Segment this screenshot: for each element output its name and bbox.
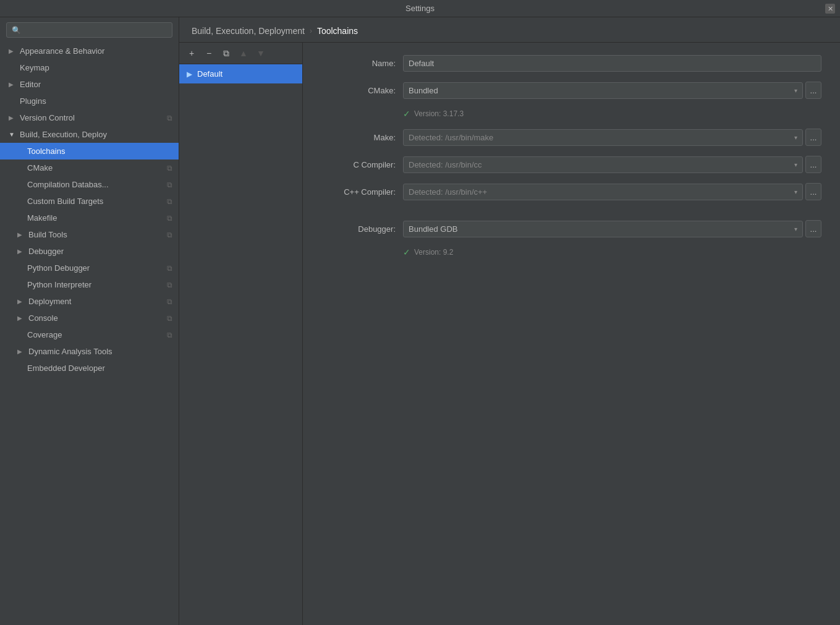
c-compiler-label: C Compiler:	[321, 160, 396, 169]
debugger-value: Bundled GDB	[409, 224, 458, 234]
sidebar-item-deployment[interactable]: ▶ Deployment ⧉	[0, 293, 179, 310]
sidebar-item-label: Build, Execution, Deploy	[20, 130, 107, 139]
copy-icon: ⧉	[167, 231, 172, 239]
sidebar-item-label: Embedded Developer	[27, 364, 105, 373]
copy-button[interactable]: ⧉	[219, 46, 234, 60]
copy-icon: ⧉	[167, 214, 172, 223]
sidebar-item-label: CMake	[27, 163, 53, 172]
sidebar-item-python-debugger[interactable]: Python Debugger ⧉	[0, 260, 179, 276]
sidebar-item-label: Debugger	[28, 247, 64, 256]
breadcrumb-chevron: ›	[310, 27, 312, 35]
cmake-dropdown-arrow: ▾	[794, 87, 797, 94]
sidebar-item-makefile[interactable]: Makefile ⧉	[0, 210, 179, 226]
cmake-version-text: Version: 3.17.3	[414, 109, 464, 118]
copy-icon: ⧉	[167, 197, 172, 206]
arrow-icon: ▶	[17, 298, 25, 305]
copy-icon: ⧉	[167, 181, 172, 189]
name-row: Name:	[321, 55, 821, 72]
c-compiler-value: Detected: /usr/bin/cc	[409, 160, 482, 169]
make-select-wrap: Detected: /usr/bin/make ▾ ...	[403, 129, 821, 146]
toolchain-panel: + − ⧉ ▲ ▼ ▶ Default Name:	[179, 43, 840, 625]
debugger-select-wrap: Bundled GDB ▾ ...	[403, 220, 821, 237]
sidebar-item-console[interactable]: ▶ Console ⧉	[0, 310, 179, 326]
sidebar-item-python-interpreter[interactable]: Python Interpreter ⧉	[0, 276, 179, 293]
debugger-label: Debugger:	[321, 224, 396, 234]
sidebar-item-debugger[interactable]: ▶ Debugger	[0, 243, 179, 260]
add-button[interactable]: +	[184, 46, 199, 60]
debugger-row: Debugger: Bundled GDB ▾ ...	[321, 220, 821, 237]
cmake-row: CMake: Bundled ▾ ...	[321, 82, 821, 99]
sidebar-item-plugins[interactable]: Plugins	[0, 93, 179, 109]
c-compiler-dropdown-arrow: ▾	[794, 161, 797, 168]
cpp-compiler-row: C++ Compiler: Detected: /usr/bin/c++ ▾ .…	[321, 183, 821, 200]
sidebar-item-keymap[interactable]: Keymap	[0, 59, 179, 76]
sidebar-item-cmake[interactable]: CMake ⧉	[0, 159, 179, 176]
sidebar-item-label: Custom Build Targets	[27, 197, 103, 206]
main-container: 🔍 ▶ Appearance & Behavior Keymap ▶ Edito…	[0, 17, 840, 625]
sidebar-item-editor[interactable]: ▶ Editor	[0, 76, 179, 93]
content-panel: Build, Execution, Deployment › Toolchain…	[179, 17, 840, 625]
cpp-compiler-dropdown-arrow: ▾	[794, 189, 797, 195]
close-button[interactable]: ✕	[825, 4, 835, 14]
sidebar-item-toolchains[interactable]: Toolchains	[0, 143, 179, 159]
search-input[interactable]	[25, 25, 167, 35]
debugger-version-text: Version: 9.2	[414, 248, 453, 257]
sidebar-item-embedded-developer[interactable]: Embedded Developer	[0, 360, 179, 376]
cpp-compiler-ellipsis-button[interactable]: ...	[805, 183, 821, 200]
sidebar-item-dynamic-analysis-tools[interactable]: ▶ Dynamic Analysis Tools	[0, 343, 179, 360]
sidebar-item-label: Editor	[20, 80, 41, 89]
remove-button[interactable]: −	[202, 46, 216, 60]
cmake-version-check-icon: ✓	[403, 109, 410, 119]
arrow-icon: ▶	[9, 114, 16, 121]
cmake-ellipsis-button[interactable]: ...	[805, 82, 821, 99]
arrow-icon: ▶	[17, 348, 25, 355]
toolchain-entry-default[interactable]: ▶ Default	[179, 64, 302, 83]
make-select[interactable]: Detected: /usr/bin/make ▾	[403, 129, 803, 146]
c-compiler-ellipsis-button[interactable]: ...	[805, 156, 821, 173]
cpp-compiler-select[interactable]: Detected: /usr/bin/c++ ▾	[403, 184, 803, 200]
sidebar-item-version-control[interactable]: ▶ Version Control ⧉	[0, 109, 179, 126]
breadcrumb-parent: Build, Execution, Deployment	[192, 26, 305, 36]
search-box[interactable]: 🔍	[6, 22, 172, 38]
window-title: Settings	[405, 4, 435, 13]
sidebar-item-label: Build Tools	[28, 230, 67, 239]
title-bar: Settings ✕	[0, 0, 840, 17]
arrow-icon: ▶	[17, 231, 25, 238]
form-panel: Name: CMake: Bundled ▾ ...	[303, 43, 840, 625]
sidebar-item-label: Keymap	[20, 63, 49, 72]
sidebar-item-appearance-behavior[interactable]: ▶ Appearance & Behavior	[0, 43, 179, 59]
cmake-label: CMake:	[321, 86, 396, 95]
copy-icon: ⧉	[167, 114, 172, 122]
c-compiler-select[interactable]: Detected: /usr/bin/cc ▾	[403, 156, 803, 173]
sidebar-item-label: Dynamic Analysis Tools	[28, 347, 112, 356]
cmake-value: Bundled	[409, 86, 438, 95]
sidebar-item-label: Version Control	[20, 113, 75, 122]
cpp-compiler-value: Detected: /usr/bin/c++	[409, 187, 487, 197]
debugger-select[interactable]: Bundled GDB ▾	[403, 221, 803, 237]
sidebar-item-label: Makefile	[27, 213, 57, 223]
sidebar-item-label: Plugins	[20, 96, 46, 106]
copy-icon: ⧉	[167, 164, 172, 172]
sidebar-item-custom-build-targets[interactable]: Custom Build Targets ⧉	[0, 193, 179, 210]
c-compiler-select-wrap: Detected: /usr/bin/cc ▾ ...	[403, 156, 821, 173]
up-button[interactable]: ▲	[236, 46, 251, 60]
sidebar-item-compilation-database[interactable]: Compilation Databas... ⧉	[0, 176, 179, 193]
cmake-select[interactable]: Bundled ▾	[403, 82, 803, 99]
name-input[interactable]	[403, 55, 821, 72]
sidebar-item-label: Console	[28, 313, 58, 323]
arrow-icon: ▶	[17, 248, 25, 255]
arrow-icon: ▶	[9, 81, 16, 88]
make-ellipsis-button[interactable]: ...	[805, 129, 821, 146]
search-icon: 🔍	[12, 26, 21, 35]
down-button[interactable]: ▼	[253, 46, 268, 60]
breadcrumb: Build, Execution, Deployment › Toolchain…	[179, 17, 840, 43]
toolchain-entry-icon: ▶	[187, 70, 192, 79]
debugger-ellipsis-button[interactable]: ...	[805, 220, 821, 237]
sidebar-item-build-tools[interactable]: ▶ Build Tools ⧉	[0, 226, 179, 243]
sidebar-item-build-exec-deploy[interactable]: ▼ Build, Execution, Deploy	[0, 126, 179, 143]
arrow-icon: ▶	[9, 48, 16, 54]
breadcrumb-current: Toolchains	[317, 26, 358, 36]
sidebar-item-coverage[interactable]: Coverage ⧉	[0, 326, 179, 343]
sidebar-item-label: Compilation Databas...	[27, 180, 109, 189]
cmake-version-info: ✓ Version: 3.17.3	[403, 109, 821, 119]
